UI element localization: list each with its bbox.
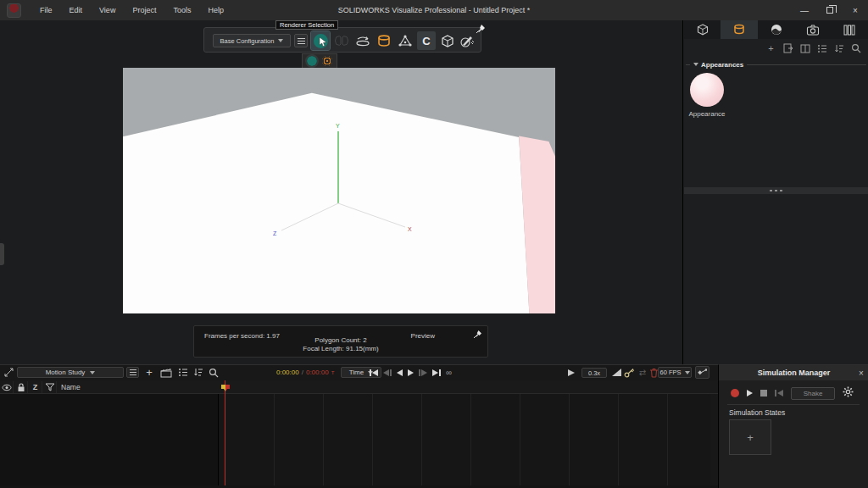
speed-input[interactable]: 0.3x	[581, 368, 607, 378]
import-button[interactable]	[782, 43, 793, 54]
autokey-key-icon[interactable]	[622, 366, 636, 379]
split-view-button[interactable]	[799, 43, 810, 54]
menu-bar: FileEditViewProjectToolsHelp	[31, 0, 232, 20]
accurate-renderer-icon[interactable]	[322, 56, 332, 66]
keyframe-options-button[interactable]	[695, 366, 709, 379]
tab-appearances[interactable]	[721, 20, 757, 39]
menu-view[interactable]: View	[91, 0, 124, 20]
play-button[interactable]	[408, 368, 414, 377]
playhead-marker[interactable]	[220, 380, 231, 396]
menu-tools[interactable]: Tools	[164, 0, 199, 20]
track-name-column[interactable]	[0, 394, 219, 485]
loop-toggle[interactable]: ∞	[446, 368, 452, 377]
appearances-section-header[interactable]: Appearances	[684, 59, 868, 69]
play-reverse-button[interactable]	[397, 368, 403, 377]
track-grid[interactable]	[219, 394, 710, 485]
simulation-toolbar: Shake	[719, 384, 868, 402]
model-box-icon[interactable]	[438, 31, 457, 50]
shake-button[interactable]: Shake	[791, 387, 835, 400]
tab-cameras[interactable]	[794, 20, 831, 39]
turntable-icon[interactable]	[353, 31, 372, 50]
configuration-select[interactable]: Base Configuration	[213, 34, 291, 47]
simulation-manager-header: Simulation Manager ×	[719, 365, 868, 380]
polygon-count: Polygon Count: 2	[194, 336, 487, 344]
sim-stop-button[interactable]	[760, 390, 767, 396]
go-to-end-button[interactable]	[432, 368, 441, 377]
list-view-button[interactable]	[816, 43, 827, 54]
filter-animation-icon[interactable]	[43, 381, 57, 393]
motion-study-select[interactable]: Motion Study	[17, 367, 124, 378]
lock-icon[interactable]	[14, 381, 28, 393]
fps-select[interactable]: 60 FPS	[658, 367, 692, 378]
pin-icon[interactable]	[476, 22, 486, 37]
title-bar: FileEditViewProjectToolsHelp SOLIDWORKS …	[0, 0, 868, 20]
restore-button[interactable]	[817, 0, 843, 20]
fit-timeline-icon[interactable]	[2, 366, 15, 379]
sim-rewind-button[interactable]	[775, 389, 783, 398]
appearance-bucket-icon[interactable]	[375, 31, 393, 50]
minimize-button[interactable]: —	[792, 0, 817, 20]
appearance-label: Appearance	[687, 110, 726, 118]
previous-frame-button[interactable]	[383, 368, 392, 377]
record-button[interactable]	[731, 389, 739, 397]
focal-length: Focal Length: 91.15(mm)	[194, 345, 487, 352]
configuration-menu-button[interactable]	[294, 34, 308, 47]
panel-splitter[interactable]	[684, 187, 868, 194]
tab-models[interactable]	[684, 20, 721, 39]
next-frame-button[interactable]	[419, 368, 427, 377]
curve-z-icon[interactable]: Z	[29, 381, 42, 393]
simulation-states-label: Simulation States	[729, 408, 785, 417]
close-button[interactable]: ×	[843, 0, 868, 20]
sim-play-button[interactable]	[747, 390, 753, 396]
left-panel-handle[interactable]	[0, 243, 4, 265]
menu-file[interactable]: File	[31, 0, 61, 20]
appearance-item[interactable]: Appearance	[687, 73, 726, 118]
3d-viewport[interactable]: Y X Z	[123, 68, 555, 313]
add-appearance-button[interactable]: +	[765, 43, 776, 54]
sim-settings-gear-icon[interactable]	[843, 385, 854, 401]
divider	[727, 404, 860, 405]
add-simulation-state-button[interactable]: +	[729, 419, 771, 455]
renderer-selection-button[interactable]	[311, 31, 330, 50]
search-icon[interactable]	[850, 43, 861, 54]
menu-help[interactable]: Help	[199, 0, 232, 20]
ramp-icon[interactable]	[612, 369, 621, 376]
axis-gizmo: Y X Z	[123, 68, 555, 313]
renderer-options-popup	[302, 53, 337, 69]
renderer-circle-icon	[314, 34, 328, 48]
render-tools-icon[interactable]	[458, 31, 476, 50]
collapse-chevron-icon	[693, 63, 698, 66]
turntable-loop-button[interactable]: C	[417, 31, 436, 50]
simulation-close-button[interactable]: ×	[854, 369, 868, 378]
menu-project[interactable]: Project	[124, 0, 164, 20]
menu-edit[interactable]: Edit	[61, 0, 92, 20]
current-time: 0:00:00	[276, 369, 299, 376]
viewport-area: Base Configuration	[0, 20, 683, 364]
sort-button[interactable]	[833, 43, 844, 54]
add-keyframe-button[interactable]: +	[142, 366, 156, 379]
playhead-line[interactable]	[225, 380, 225, 485]
motion-study-menu-button[interactable]	[126, 367, 139, 378]
visibility-eye-icon[interactable]	[0, 381, 14, 393]
playback-speed-icon[interactable]	[568, 369, 575, 376]
appearance-thumbnail	[690, 73, 724, 107]
palette-toolbar: +	[684, 39, 868, 58]
viewport-toolbar: Base Configuration	[203, 27, 481, 53]
chevron-down-icon	[278, 39, 283, 42]
go-to-start-button[interactable]	[370, 368, 378, 377]
transport-controls: ∞	[370, 367, 452, 378]
track-list-icon[interactable]	[176, 366, 190, 379]
stats-pin-icon[interactable]	[473, 330, 482, 341]
tab-environments[interactable]	[758, 20, 794, 39]
pivot-pyramid-icon[interactable]	[396, 31, 415, 50]
denoiser-brain-icon[interactable]	[332, 31, 351, 50]
preview-renderer-icon[interactable]	[307, 56, 317, 66]
fps-value: 60 FPS	[659, 369, 681, 376]
tab-libraries[interactable]	[832, 20, 868, 39]
timeline-toolbar: Motion Study + 0:00:00 / 0:00:00 T	[0, 365, 718, 380]
render-stats-overlay: Frames per second: 1.97 Preview Polygon …	[193, 325, 488, 358]
render-animation-icon[interactable]	[159, 366, 173, 379]
search-tracks-icon[interactable]	[207, 366, 220, 379]
restore-icon	[826, 7, 833, 14]
sort-tracks-icon[interactable]	[192, 366, 205, 379]
